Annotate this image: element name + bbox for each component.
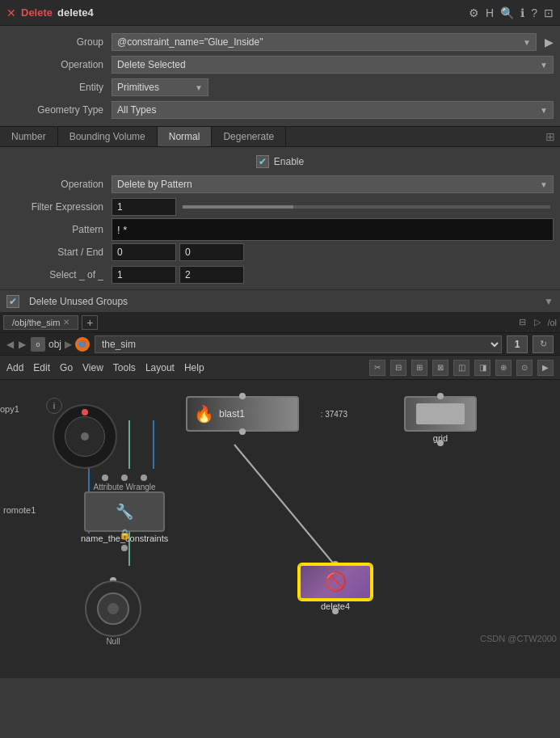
toolbar-icon-8[interactable]: ⊙ <box>516 360 533 376</box>
toolbar-edit[interactable]: Edit <box>33 362 50 373</box>
info-icon[interactable]: ℹ <box>520 6 524 19</box>
entity-row: Entity Primitives ▼ <box>0 76 560 99</box>
network-tab-close[interactable]: ✕ <box>63 318 69 327</box>
toolbar-icon-9[interactable]: ▶ <box>537 360 554 376</box>
toolbar-tools[interactable]: Tools <box>113 362 136 373</box>
network-canvas[interactable]: opy1 romote1 i 🔥 blast1 : 374 <box>0 380 560 647</box>
nav-forward-btn[interactable]: ▶ <box>19 339 26 350</box>
sub-operation-text: Delete by Pattern <box>117 179 192 190</box>
network-tab-label: /obj/the_sim <box>12 318 60 327</box>
toolbar-icon-1[interactable]: ✂ <box>369 360 385 376</box>
help-icon[interactable]: ? <box>531 6 537 19</box>
copy1-node[interactable]: opy1 <box>0 404 11 414</box>
toolbar-layout[interactable]: Layout <box>145 362 175 373</box>
promote1-node[interactable]: romote1 <box>0 505 24 515</box>
wrangle-title: Attribute Wrangle <box>94 483 156 491</box>
node-name: delete4 <box>57 6 94 19</box>
grid-conn-top <box>437 393 444 399</box>
filter-expression-label: Filter Expression <box>6 201 112 213</box>
toolbar-help[interactable]: Help <box>184 362 204 373</box>
wrangle-conn-btm-1 <box>121 545 128 551</box>
tab-normal-label: Normal <box>169 131 200 142</box>
tab-degenerate[interactable]: Degenerate <box>212 127 286 146</box>
grid-node[interactable]: grid <box>404 396 477 443</box>
operation-label: Operation <box>6 59 112 70</box>
toolbar-icon-4[interactable]: ⊠ <box>432 360 448 376</box>
add-tab-btn[interactable]: + <box>82 315 98 330</box>
enable-checkbox[interactable]: ✔ <box>256 155 269 168</box>
pattern-row: Pattern <box>0 218 560 241</box>
nav-back-btn[interactable]: ◀ <box>6 339 14 350</box>
toolbar-go[interactable]: Go <box>60 362 73 373</box>
blast1-info: : 37473 <box>321 410 347 419</box>
info-badge: i <box>46 398 62 414</box>
geometry-type-arrow: ▼ <box>540 106 548 115</box>
panel-scroll-down[interactable]: ▼ <box>544 296 554 307</box>
delete-icon-top: ✕ <box>6 6 16 19</box>
delete4-body: 🚫 <box>299 564 372 600</box>
blast-icon: 🔥 <box>194 404 214 424</box>
blast1-node[interactable]: 🔥 blast1 : 37473 <box>186 396 299 432</box>
toolbar-icon-5[interactable]: ◫ <box>453 360 469 376</box>
blast1-conn-bottom <box>239 428 246 435</box>
select-of-row: Select _ of _ <box>0 264 560 286</box>
properties-panel: Group @constraint_name="Glue_Inside" ▼ ▶… <box>0 26 560 126</box>
tab-expand-btn[interactable]: ⊞ <box>541 127 560 146</box>
sub-operation-select[interactable]: Delete by Pattern ▼ <box>112 175 554 193</box>
operation-select-text: Delete Selected <box>117 59 186 70</box>
path-select[interactable]: the_sim <box>95 335 502 353</box>
expand-icon[interactable]: ⊡ <box>544 6 554 19</box>
null-node[interactable]: Null Constraints <box>85 580 141 647</box>
path-obj-name[interactable]: obj <box>48 339 61 350</box>
search-icon[interactable]: 🔍 <box>500 6 514 19</box>
sub-operation-value: Delete by Pattern ▼ <box>112 175 554 193</box>
net-expand-icon[interactable]: ▷ <box>534 317 541 327</box>
tab-number-label: Number <box>11 131 46 142</box>
delete-unused-btn[interactable]: ✔ Delete Unused Groups <box>6 295 128 308</box>
of-input[interactable] <box>179 266 244 284</box>
start-input[interactable] <box>112 243 176 261</box>
delete-unused-checkbox[interactable]: ✔ <box>6 295 19 308</box>
pattern-input[interactable] <box>112 218 554 241</box>
lock-icon: 🔒 <box>119 529 131 540</box>
null-title: Null <box>106 637 120 646</box>
group-select[interactable]: @constraint_name="Glue_Inside" ▼ <box>112 33 537 51</box>
geometry-type-select[interactable]: All Types ▼ <box>112 101 554 119</box>
tab-bounding-volume[interactable]: Bounding Volume <box>58 127 158 146</box>
filter-slider[interactable] <box>183 205 550 209</box>
select-of-value <box>112 266 554 284</box>
delete-unused-row: ✔ Delete Unused Groups ▼ <box>0 289 560 312</box>
path-crumb: o obj ▶ 🌀 <box>31 337 90 352</box>
operation-select[interactable]: Delete Selected ▼ <box>112 56 554 74</box>
dial-inner <box>65 416 105 457</box>
gear-icon[interactable]: ⚙ <box>469 6 479 19</box>
group-arrow-right[interactable]: ▶ <box>545 36 554 48</box>
tab-normal[interactable]: Normal <box>158 127 213 146</box>
hash-icon[interactable]: H <box>486 6 494 19</box>
wrangle-node[interactable]: Attribute Wrangle 🔧 🔒 name_the_constrain… <box>81 473 168 551</box>
entity-select[interactable]: Primitives ▼ <box>112 78 208 96</box>
select-input[interactable] <box>112 266 176 284</box>
filter-expression-input[interactable] <box>112 198 176 216</box>
wrangle-icon: 🔧 <box>116 503 133 521</box>
delete4-icon: 🚫 <box>325 571 347 593</box>
grid-conn-bottom <box>437 440 444 446</box>
net-layout-icon[interactable]: ⊟ <box>519 317 526 327</box>
wrangle-conn-bottom-row <box>121 545 128 551</box>
network-tab[interactable]: /obj/the_sim ✕ <box>3 315 78 330</box>
tab-number[interactable]: Number <box>0 127 58 146</box>
end-input[interactable] <box>179 243 244 261</box>
toolbar-add[interactable]: Add <box>6 362 23 373</box>
operation-value: Delete Selected ▼ <box>112 56 554 74</box>
toolbar-icon-7[interactable]: ⊕ <box>495 360 512 376</box>
toolbar-icon-6[interactable]: ◨ <box>474 360 491 376</box>
delete4-node[interactable]: 🚫 delete4 <box>299 564 372 611</box>
tab-degenerate-label: Degenerate <box>223 131 274 142</box>
toolbar-view[interactable]: View <box>82 362 103 373</box>
toolbar-icon-2[interactable]: ⊟ <box>390 360 406 376</box>
geometry-type-row: Geometry Type All Types ▼ <box>0 99 560 121</box>
entity-value: Primitives ▼ <box>112 78 554 96</box>
toolbar-icon-3[interactable]: ⊞ <box>411 360 427 376</box>
start-end-row: Start / End <box>0 241 560 264</box>
path-refresh-btn[interactable]: ↻ <box>533 335 554 353</box>
